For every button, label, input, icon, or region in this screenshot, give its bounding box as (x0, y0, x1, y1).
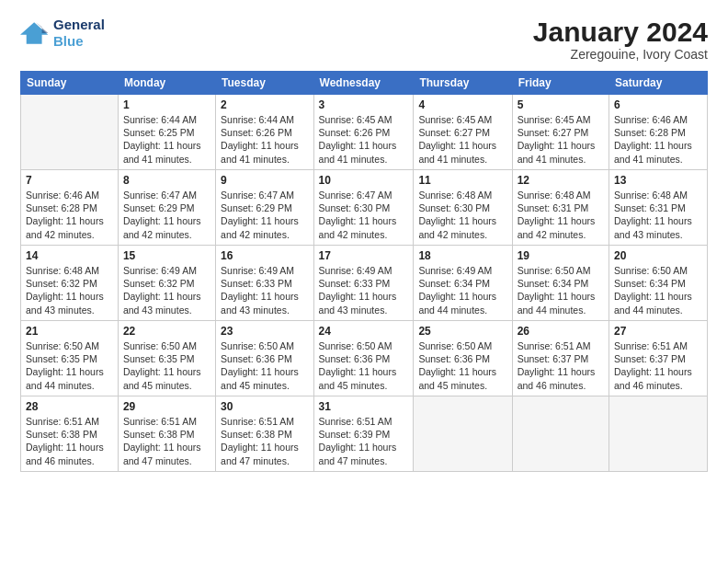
calendar-cell: 4Sunrise: 6:45 AM Sunset: 6:27 PM Daylig… (414, 95, 512, 170)
calendar-day-header: Monday (118, 72, 215, 95)
calendar-day-header: Tuesday (216, 72, 313, 95)
calendar-cell: 10Sunrise: 6:47 AM Sunset: 6:30 PM Dayli… (313, 170, 414, 246)
day-number: 23 (221, 325, 308, 338)
day-number: 13 (614, 174, 702, 187)
day-detail: Sunrise: 6:50 AM Sunset: 6:36 PM Dayligh… (221, 339, 308, 392)
calendar-cell: 16Sunrise: 6:49 AM Sunset: 6:33 PM Dayli… (216, 246, 313, 321)
day-detail: Sunrise: 6:50 AM Sunset: 6:35 PM Dayligh… (26, 339, 113, 392)
day-detail: Sunrise: 6:49 AM Sunset: 6:34 PM Dayligh… (418, 264, 506, 316)
day-number: 2 (221, 98, 308, 111)
day-number: 10 (319, 174, 409, 187)
calendar-cell: 14Sunrise: 6:48 AM Sunset: 6:32 PM Dayli… (21, 246, 119, 321)
calendar-cell: 31Sunrise: 6:51 AM Sunset: 6:39 PM Dayli… (313, 396, 414, 472)
calendar-cell: 8Sunrise: 6:47 AM Sunset: 6:29 PM Daylig… (118, 170, 215, 246)
calendar-day-header: Sunday (21, 72, 119, 95)
calendar-cell: 25Sunrise: 6:50 AM Sunset: 6:36 PM Dayli… (414, 321, 512, 396)
day-number: 24 (319, 325, 409, 338)
calendar-cell: 9Sunrise: 6:47 AM Sunset: 6:29 PM Daylig… (216, 170, 313, 246)
calendar-week-row: 21Sunrise: 6:50 AM Sunset: 6:35 PM Dayli… (21, 321, 708, 396)
day-number: 29 (123, 400, 210, 413)
day-number: 8 (123, 174, 210, 187)
day-number: 25 (418, 325, 506, 338)
calendar-cell (609, 396, 708, 472)
day-number: 15 (123, 249, 210, 262)
day-number: 3 (319, 98, 409, 111)
calendar-header-row: SundayMondayTuesdayWednesdayThursdayFrid… (21, 72, 708, 95)
day-detail: Sunrise: 6:51 AM Sunset: 6:37 PM Dayligh… (614, 339, 702, 392)
day-number: 19 (518, 249, 604, 262)
day-detail: Sunrise: 6:45 AM Sunset: 6:27 PM Dayligh… (518, 113, 604, 166)
day-number: 4 (418, 98, 506, 111)
day-detail: Sunrise: 6:44 AM Sunset: 6:25 PM Dayligh… (123, 113, 210, 166)
location: Zeregouine, Ivory Coast (533, 47, 708, 62)
calendar-cell: 30Sunrise: 6:51 AM Sunset: 6:38 PM Dayli… (216, 396, 313, 472)
calendar-week-row: 14Sunrise: 6:48 AM Sunset: 6:32 PM Dayli… (21, 246, 708, 321)
calendar-cell: 18Sunrise: 6:49 AM Sunset: 6:34 PM Dayli… (414, 246, 512, 321)
day-number: 28 (26, 400, 113, 413)
calendar-cell: 3Sunrise: 6:45 AM Sunset: 6:26 PM Daylig… (313, 95, 414, 170)
calendar-cell: 15Sunrise: 6:49 AM Sunset: 6:32 PM Dayli… (118, 246, 215, 321)
calendar-cell: 7Sunrise: 6:46 AM Sunset: 6:28 PM Daylig… (21, 170, 119, 246)
calendar-cell: 5Sunrise: 6:45 AM Sunset: 6:27 PM Daylig… (512, 95, 609, 170)
calendar-cell (512, 396, 609, 472)
calendar-day-header: Friday (512, 72, 609, 95)
calendar-day-header: Thursday (414, 72, 512, 95)
day-detail: Sunrise: 6:49 AM Sunset: 6:33 PM Dayligh… (221, 264, 308, 316)
day-number: 1 (123, 98, 210, 111)
day-number: 7 (26, 174, 113, 187)
day-number: 27 (614, 325, 702, 338)
day-detail: Sunrise: 6:46 AM Sunset: 6:28 PM Dayligh… (614, 113, 702, 166)
calendar-cell (414, 396, 512, 472)
day-detail: Sunrise: 6:51 AM Sunset: 6:38 PM Dayligh… (123, 415, 210, 467)
day-number: 5 (518, 98, 604, 111)
day-detail: Sunrise: 6:50 AM Sunset: 6:36 PM Dayligh… (418, 339, 506, 392)
calendar-cell: 22Sunrise: 6:50 AM Sunset: 6:35 PM Dayli… (118, 321, 215, 396)
calendar-cell: 21Sunrise: 6:50 AM Sunset: 6:35 PM Dayli… (21, 321, 119, 396)
day-number: 22 (123, 325, 210, 338)
day-detail: Sunrise: 6:51 AM Sunset: 6:38 PM Dayligh… (221, 415, 308, 467)
day-detail: Sunrise: 6:47 AM Sunset: 6:30 PM Dayligh… (319, 189, 409, 241)
calendar-cell: 2Sunrise: 6:44 AM Sunset: 6:26 PM Daylig… (216, 95, 313, 170)
day-detail: Sunrise: 6:47 AM Sunset: 6:29 PM Dayligh… (123, 189, 210, 241)
calendar: SundayMondayTuesdayWednesdayThursdayFrid… (20, 71, 708, 472)
calendar-cell: 26Sunrise: 6:51 AM Sunset: 6:37 PM Dayli… (512, 321, 609, 396)
logo-text: General Blue (53, 17, 105, 50)
day-number: 30 (221, 400, 308, 413)
day-number: 6 (614, 98, 702, 111)
calendar-cell: 20Sunrise: 6:50 AM Sunset: 6:34 PM Dayli… (609, 246, 708, 321)
day-detail: Sunrise: 6:48 AM Sunset: 6:30 PM Dayligh… (418, 189, 506, 241)
header: General Blue January 2024 Zeregouine, Iv… (20, 17, 708, 62)
calendar-cell (21, 95, 119, 170)
day-detail: Sunrise: 6:45 AM Sunset: 6:27 PM Dayligh… (418, 113, 506, 166)
calendar-week-row: 1Sunrise: 6:44 AM Sunset: 6:25 PM Daylig… (21, 95, 708, 170)
day-detail: Sunrise: 6:50 AM Sunset: 6:35 PM Dayligh… (123, 339, 210, 392)
page: General Blue January 2024 Zeregouine, Iv… (0, 0, 728, 563)
day-detail: Sunrise: 6:50 AM Sunset: 6:34 PM Dayligh… (614, 264, 702, 316)
day-detail: Sunrise: 6:46 AM Sunset: 6:28 PM Dayligh… (26, 189, 113, 241)
day-number: 21 (26, 325, 113, 338)
day-detail: Sunrise: 6:47 AM Sunset: 6:29 PM Dayligh… (221, 189, 308, 241)
day-number: 17 (319, 249, 409, 262)
calendar-cell: 1Sunrise: 6:44 AM Sunset: 6:25 PM Daylig… (118, 95, 215, 170)
day-detail: Sunrise: 6:49 AM Sunset: 6:32 PM Dayligh… (123, 264, 210, 316)
calendar-cell: 28Sunrise: 6:51 AM Sunset: 6:38 PM Dayli… (21, 396, 119, 472)
calendar-cell: 17Sunrise: 6:49 AM Sunset: 6:33 PM Dayli… (313, 246, 414, 321)
calendar-cell: 6Sunrise: 6:46 AM Sunset: 6:28 PM Daylig… (609, 95, 708, 170)
calendar-cell: 13Sunrise: 6:48 AM Sunset: 6:31 PM Dayli… (609, 170, 708, 246)
day-number: 31 (319, 400, 409, 413)
calendar-day-header: Saturday (609, 72, 708, 95)
calendar-cell: 11Sunrise: 6:48 AM Sunset: 6:30 PM Dayli… (414, 170, 512, 246)
calendar-cell: 23Sunrise: 6:50 AM Sunset: 6:36 PM Dayli… (216, 321, 313, 396)
day-detail: Sunrise: 6:48 AM Sunset: 6:32 PM Dayligh… (26, 264, 113, 316)
calendar-cell: 27Sunrise: 6:51 AM Sunset: 6:37 PM Dayli… (609, 321, 708, 396)
calendar-cell: 19Sunrise: 6:50 AM Sunset: 6:34 PM Dayli… (512, 246, 609, 321)
day-number: 20 (614, 249, 702, 262)
day-number: 12 (518, 174, 604, 187)
logo: General Blue (20, 17, 105, 50)
day-number: 16 (221, 249, 308, 262)
calendar-cell: 24Sunrise: 6:50 AM Sunset: 6:36 PM Dayli… (313, 321, 414, 396)
calendar-cell: 29Sunrise: 6:51 AM Sunset: 6:38 PM Dayli… (118, 396, 215, 472)
calendar-week-row: 28Sunrise: 6:51 AM Sunset: 6:38 PM Dayli… (21, 396, 708, 472)
day-number: 18 (418, 249, 506, 262)
day-detail: Sunrise: 6:50 AM Sunset: 6:34 PM Dayligh… (518, 264, 604, 316)
